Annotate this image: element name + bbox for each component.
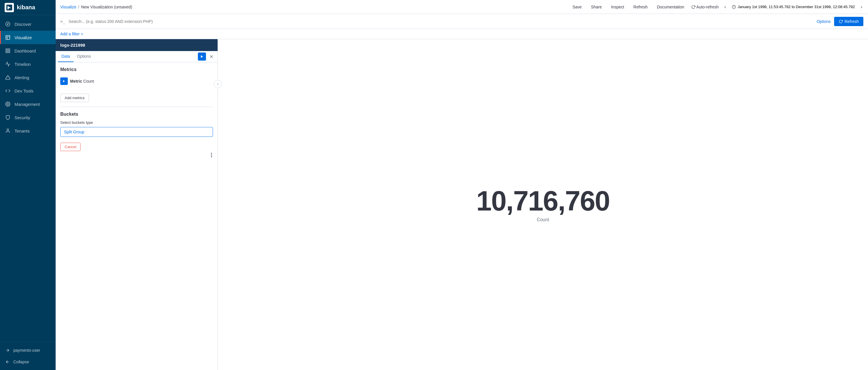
svg-marker-16 [63,80,65,82]
dots-menu[interactable] [211,152,212,158]
share-button[interactable]: Share [589,3,604,10]
arrow-right-icon [5,347,10,353]
metric-display: 10,716,760 Count [476,187,610,222]
auto-refresh-toggle[interactable]: Auto-refresh [691,5,719,9]
auto-refresh-label: Auto-refresh [696,5,719,9]
sidebar-item-label-tenants: Tenants [14,129,30,133]
chart-icon [5,34,11,40]
refresh-button[interactable]: Refresh [834,17,863,26]
devtools-icon [5,88,11,94]
management-icon [5,101,11,107]
run-button[interactable] [198,53,206,61]
sidebar-item-label-timelion: Timelion [14,62,31,67]
svg-point-11 [7,129,9,131]
sidebar-item-devtools[interactable]: Dev Tools [0,84,56,97]
sidebar-item-dashboard[interactable]: Dashboard [0,44,56,57]
time-next-button[interactable]: › [860,3,863,11]
sidebar-item-discover[interactable]: Discover [0,18,56,31]
side-panel: logs-221998 Data Options ✕ Metrics [56,39,218,370]
section-divider [60,107,213,107]
documentation-button[interactable]: Documentation [654,3,686,10]
breadcrumb-visualize-link[interactable]: Visualize [60,5,76,9]
filterbar: Add a filter + [56,29,868,39]
panel-tab-actions: ✕ [198,53,215,61]
time-range-display[interactable]: January 1st 1998, 11:53:45.782 to Decemb… [732,5,855,9]
svg-marker-2 [7,23,9,25]
svg-point-10 [7,104,9,105]
sidebar: kibana Discover Visualize Dashboard Tim [0,0,56,370]
sidebar-item-security[interactable]: Security [0,111,56,124]
svg-rect-5 [8,49,10,50]
metric-value-type: Count [83,79,94,84]
main-content: Visualize / New Visualization (unsaved) … [56,0,868,370]
alerting-icon [5,74,11,81]
breadcrumb-current: New Visualization (unsaved) [81,5,132,9]
sidebar-item-visualize[interactable]: Visualize [0,31,56,44]
sidebar-collapse[interactable]: Collapse [0,356,56,368]
save-button[interactable]: Save [570,3,584,10]
metric-item: Metric Count [60,76,213,87]
timelion-icon [5,61,11,67]
svg-rect-6 [6,51,7,53]
sidebar-bottom: payments-user Collapse [0,342,56,370]
kibana-logo-text: kibana [17,4,35,11]
split-group-input[interactable] [60,127,213,137]
sidebar-payments-user[interactable]: payments-user [0,344,56,356]
sidebar-logo[interactable]: kibana [0,0,56,15]
searchbar: >_ Options Refresh [56,14,868,29]
buckets-select-label: Select buckets type [60,120,213,125]
metric-label: Metric Count [70,79,94,84]
collapse-label: Collapse [13,360,29,364]
tab-data[interactable]: Data [58,51,73,62]
topbar: Visualize / New Visualization (unsaved) … [56,0,868,14]
sidebar-item-label-security: Security [14,115,30,120]
inspect-button[interactable]: Inspect [609,3,626,10]
panel-index-label: logs-221998 [60,42,85,48]
payments-user-label: payments-user [13,348,40,352]
sidebar-item-timelion[interactable]: Timelion [0,57,56,71]
panel-tabs: Data Options ✕ [56,51,218,62]
add-metrics-button[interactable]: Add metrics [60,94,89,102]
metric-expand-button[interactable] [60,78,68,85]
add-filter-button[interactable]: Add a filter + [60,32,83,36]
metric-count-label: Count [476,217,610,222]
sidebar-item-label-alerting: Alerting [14,75,29,80]
metric-type: Metric [70,79,82,84]
svg-rect-3 [6,35,10,39]
search-input[interactable] [69,19,813,24]
topbar-actions: Save Share Inspect Refresh Documentation… [570,3,863,11]
cancel-button[interactable]: Cancel [60,143,81,151]
buckets-section-title: Buckets [60,112,213,117]
tenants-icon [5,127,11,134]
breadcrumb: Visualize / New Visualization (unsaved) [60,5,132,9]
sidebar-nav: Discover Visualize Dashboard Timelion Al [0,15,56,342]
content-area: logs-221998 Data Options ✕ Metrics [56,39,868,370]
time-prev-button[interactable]: ‹ [723,3,727,11]
options-button[interactable]: Options [817,19,831,24]
svg-marker-15 [201,55,203,58]
arrow-left-icon [5,359,10,365]
panel-body: Metrics Metric Count Add metrics [56,62,218,370]
svg-rect-7 [8,51,10,53]
sidebar-item-label-visualize: Visualize [14,35,32,40]
time-range-text: January 1st 1998, 11:53:45.782 to Decemb… [738,5,855,9]
dashboard-icon [5,48,11,54]
sidebar-item-tenants[interactable]: Tenants [0,124,56,138]
sidebar-item-management[interactable]: Management [0,97,56,111]
visualization-area: 10,716,760 Count [218,39,868,370]
panel-header: logs-221998 [56,39,218,51]
security-icon [5,114,11,121]
refresh-topbar-button[interactable]: Refresh [631,3,650,10]
sidebar-item-alerting[interactable]: Alerting [0,71,56,84]
kibana-logo-icon [5,3,14,12]
search-right: Options Refresh [817,17,863,26]
close-panel-button[interactable]: ✕ [207,53,215,61]
breadcrumb-separator: / [78,5,80,9]
panel-relative-container: logs-221998 Data Options ✕ Metrics [56,39,218,370]
sidebar-item-label-dashboard: Dashboard [14,49,36,53]
panel-collapse-button[interactable]: ‹ [214,80,222,88]
svg-rect-4 [6,49,7,50]
tab-options[interactable]: Options [73,51,94,62]
compass-icon [5,21,11,27]
metrics-section-title: Metrics [60,67,213,72]
